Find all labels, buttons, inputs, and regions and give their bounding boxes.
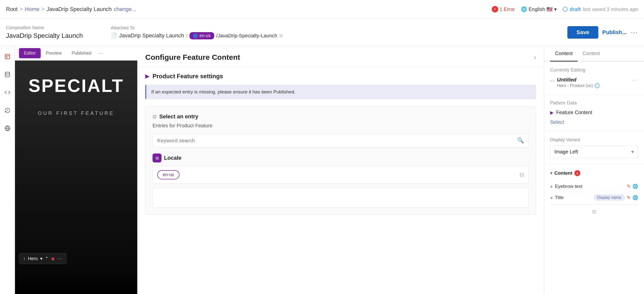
- preview-up-arrow-icon: ↑: [23, 256, 26, 261]
- display-variant-section: Display Variant Image Left ▾: [544, 131, 644, 164]
- right-tabs: Content Context: [544, 46, 644, 62]
- tab-content[interactable]: Content: [550, 46, 578, 62]
- locale-header: ⊞ Locale: [152, 153, 529, 162]
- preview-hero-label: Hero: [28, 256, 38, 261]
- attached-to-content: 📄 JavaDrip Specialty Launch / 🌐 en-us /J…: [111, 32, 558, 39]
- chevron-down-icon: ▾: [554, 6, 557, 12]
- tab-preview[interactable]: Preview: [41, 48, 67, 58]
- currently-editing-item: ▭ Untitled Hero - Product (uc) i ···: [550, 77, 638, 88]
- save-button[interactable]: Save: [567, 26, 598, 39]
- eyebrow-field-row: ◆ Eyebrow text ✎ 🌐: [550, 181, 638, 192]
- language-selector[interactable]: 🌐 English 🇺🇸 ▾: [521, 6, 557, 12]
- error-badge[interactable]: ! 1 Error: [492, 6, 515, 12]
- title-globe-icon[interactable]: 🌐: [632, 195, 638, 200]
- top-bar: Root > Home > JavaDrip Specialty Launch …: [0, 0, 644, 19]
- pf-icon: ▶: [145, 73, 150, 79]
- preview-chevron-icon: ▾: [40, 256, 42, 261]
- title-field-label: Title: [555, 195, 592, 200]
- breadcrumb: Root > Home > JavaDrip Specialty Launch …: [6, 6, 136, 12]
- locale-badge[interactable]: 🌐 en-us: [190, 32, 214, 39]
- dv-chevron-icon: ▾: [631, 149, 634, 155]
- preview-more-icon: ···: [57, 256, 62, 261]
- tab-published[interactable]: Published: [67, 48, 96, 58]
- field-link-bottom-icon: ⊟: [592, 209, 596, 215]
- chain-icon: ⊟: [520, 172, 524, 178]
- center-panel-title: Configure Feature Content: [145, 53, 240, 62]
- pd-icon: ▶: [550, 110, 554, 115]
- display-variant-select[interactable]: Image Left ▾: [550, 146, 638, 158]
- pattern-data-section: Pattern Data ▶ Feature Content Select: [544, 94, 644, 131]
- preview-expand-icon: ⌃: [45, 256, 49, 261]
- breadcrumb-page: JavaDrip Specialty Launch: [47, 6, 112, 12]
- top-bar-right: ! 1 Error 🌐 English 🇺🇸 ▾ draft last save…: [492, 6, 638, 12]
- breadcrumb-sep-1: >: [20, 6, 23, 12]
- draft-circle-icon: [563, 7, 568, 12]
- file-icon: 📄: [111, 33, 117, 39]
- component-icon: ▭: [550, 78, 554, 83]
- preview-bottom-bar[interactable]: ↑ Hero ▾ ⌃ ◆ ···: [19, 253, 67, 264]
- breadcrumb-sep-2: >: [42, 6, 45, 12]
- eyebrow-globe-icon[interactable]: 🌐: [632, 184, 638, 189]
- sidebar-icon-code[interactable]: [2, 87, 13, 98]
- globe-icon: 🌐: [521, 6, 527, 12]
- preview-subtitle-text: OUR FIRST FEATURE: [15, 110, 137, 116]
- locale-section: ⊞ Locale en-us ⊟: [152, 153, 529, 208]
- content-chevron-icon[interactable]: ▾: [550, 170, 552, 176]
- locale-globe-icon: 🌐: [193, 33, 198, 38]
- search-icon: 🔍: [517, 137, 524, 144]
- select-entry-row: ⊟ Select an entry: [152, 113, 529, 120]
- ce-more-button[interactable]: ···: [632, 77, 638, 83]
- preview-tabs: Editor Preview Published ···: [15, 46, 137, 61]
- display-variant-title: Display Variant: [550, 137, 638, 143]
- publish-button[interactable]: Publish...: [602, 29, 627, 36]
- draft-label: draft: [570, 6, 580, 12]
- title-diamond-icon: ◆: [550, 196, 553, 200]
- link-icon: ⊟: [152, 114, 157, 120]
- preview-tab-more[interactable]: ···: [98, 50, 103, 57]
- tab-editor[interactable]: Editor: [19, 48, 41, 58]
- ce-type-label: Hero - Product (uc): [557, 83, 593, 88]
- sidebar-icon-editor[interactable]: [2, 51, 13, 62]
- locale-pill-enus[interactable]: en-us: [157, 170, 180, 179]
- content-section-title: Content: [554, 170, 572, 176]
- display-variant-value: Image Left: [554, 149, 578, 155]
- select-entry-label: Select an entry: [159, 113, 198, 120]
- locale-pills-row: en-us ⊟: [152, 166, 529, 184]
- attached-to-label: Attached To: [111, 25, 558, 31]
- breadcrumb-root: Root: [6, 6, 18, 12]
- path-text: /JavaDrip-Specialty-Launch: [216, 33, 277, 39]
- content-section: ▾ Content 1 ◆ Eyebrow text ✎ 🌐 ◆ Title D…: [544, 164, 644, 223]
- search-input[interactable]: [157, 138, 517, 144]
- preview-specialt-text: Specialt: [15, 75, 137, 96]
- pf-header: ▶ Product Feature settings: [145, 73, 536, 80]
- center-chevron-icon[interactable]: ›: [534, 54, 536, 61]
- tab-context[interactable]: Context: [578, 46, 605, 62]
- pd-label: Feature Content: [556, 110, 592, 115]
- content-header: ▾ Content 1: [550, 170, 638, 176]
- eyebrow-edit-icon[interactable]: ✎: [627, 184, 630, 189]
- more-options-button[interactable]: ···: [631, 28, 638, 36]
- eyebrow-diamond-icon: ◆: [550, 184, 553, 188]
- sidebar-icon-globe[interactable]: [2, 123, 13, 134]
- pf-title: Product Feature settings: [152, 73, 223, 80]
- content-badge: 1: [574, 170, 580, 176]
- center-body: ▶ Product Feature settings If an expecte…: [137, 67, 544, 294]
- breadcrumb-change[interactable]: change...: [114, 6, 136, 12]
- title-field-row: ◆ Title Display name ✎ 🌐: [550, 192, 638, 203]
- locale-emoji-icon: ⊞: [152, 153, 162, 162]
- breadcrumb-home[interactable]: Home: [25, 6, 40, 12]
- composition-section: Composition Name: [6, 25, 101, 40]
- composition-name-input[interactable]: [6, 32, 91, 40]
- info-icon[interactable]: i: [594, 83, 600, 88]
- select-link[interactable]: Select: [550, 119, 564, 125]
- last-saved-text: last saved 3 minutes ago: [583, 6, 638, 12]
- title-edit-icon[interactable]: ✎: [627, 195, 630, 200]
- pattern-data-row: ▶ Feature Content: [550, 110, 638, 115]
- left-sidebar: [0, 46, 15, 294]
- flag-icon: 🇺🇸: [546, 6, 553, 12]
- copy-icon[interactable]: ⧉: [279, 33, 282, 38]
- currently-editing-section: Currently Editing ▭ Untitled Hero - Prod…: [544, 62, 644, 94]
- eyebrow-field-label: Eyebrow text: [555, 184, 625, 189]
- sidebar-icon-history[interactable]: [2, 105, 13, 116]
- sidebar-icon-database[interactable]: [2, 69, 13, 80]
